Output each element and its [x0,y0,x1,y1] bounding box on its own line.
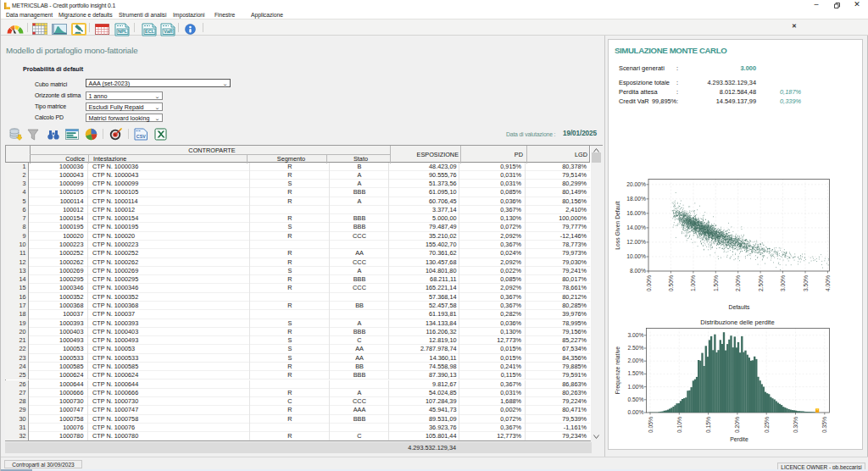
svg-text:10.00%: 10.00% [626,253,646,259]
svg-text:2.00%: 2.00% [628,357,644,363]
svg-text:0.20%: 0.20% [734,417,740,433]
svg-text:0.25%: 0.25% [764,417,770,433]
svg-text:1.00%: 1.00% [628,384,644,390]
svg-text:1.50%: 1.50% [713,275,719,291]
svg-text:2.50%: 2.50% [628,345,644,351]
svg-text:Frequenze relative: Frequenze relative [615,346,621,395]
svg-text:12.00%: 12.00% [626,239,646,245]
svg-text:3.50%: 3.50% [803,275,809,291]
svg-text:Distribuzione delle perdite: Distribuzione delle perdite [700,319,774,326]
svg-text:16.00%: 16.00% [626,210,646,216]
svg-text:20.00%: 20.00% [626,181,646,187]
svg-text:1.50%: 1.50% [628,370,644,376]
svg-text:3.00%: 3.00% [628,332,644,338]
svg-text:3.00%: 3.00% [780,275,786,291]
svg-text:0.00%: 0.00% [628,409,644,415]
svg-text:0.10%: 0.10% [676,417,682,433]
svg-text:0.50%: 0.50% [668,275,674,291]
svg-text:Perdite: Perdite [730,436,748,442]
svg-text:0.35%: 0.35% [821,417,827,433]
svg-text:1.00%: 1.00% [690,275,696,291]
svg-text:Loss Given Default: Loss Given Default [615,201,620,250]
svg-text:0.00%: 0.00% [646,275,652,291]
svg-text:0.30%: 0.30% [793,417,798,433]
svg-text:14.00%: 14.00% [626,224,646,230]
svg-text:Defaults: Defaults [729,304,751,310]
svg-text:8.00%: 8.00% [630,268,646,274]
svg-text:4.00%: 4.00% [825,275,831,291]
svg-text:2.50%: 2.50% [758,275,764,291]
svg-text:18.00%: 18.00% [626,196,646,202]
svg-text:0.50%: 0.50% [628,396,644,402]
svg-text:0.15%: 0.15% [705,417,711,433]
svg-text:0.05%: 0.05% [648,417,654,433]
svg-text:2.00%: 2.00% [735,275,741,291]
